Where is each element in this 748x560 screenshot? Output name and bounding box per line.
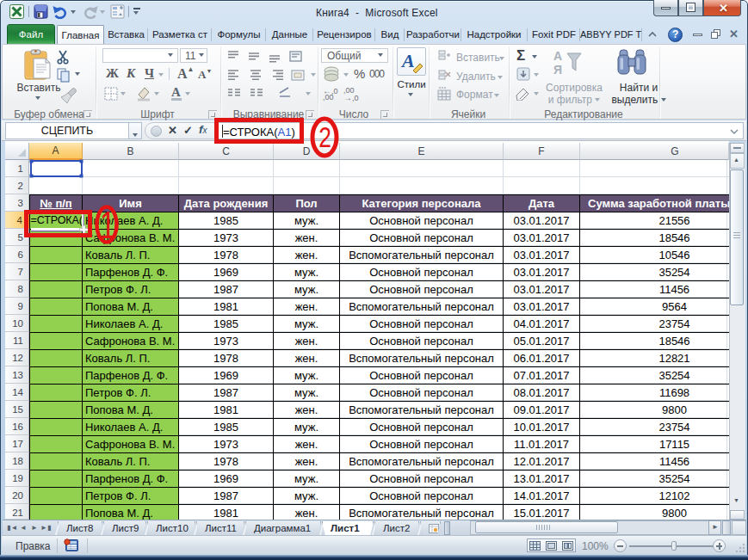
svg-text:А: А (553, 49, 562, 63)
svg-text:Я: Я (553, 63, 562, 77)
